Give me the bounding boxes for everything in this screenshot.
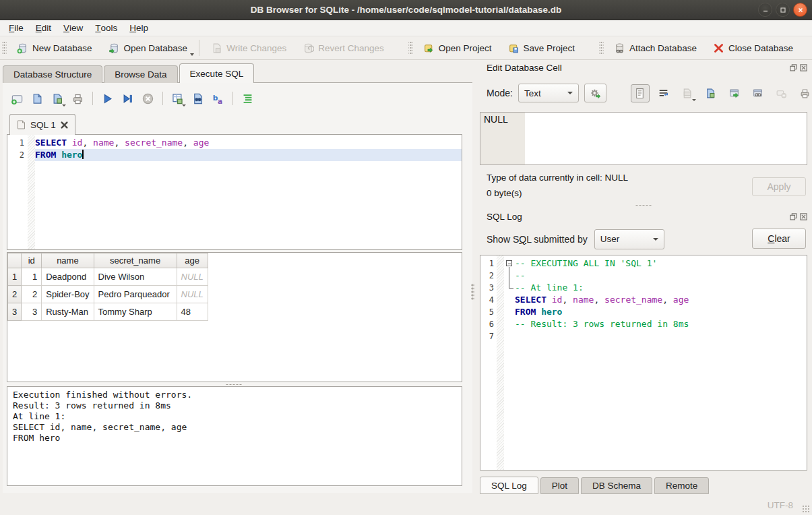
- submitted-by-select[interactable]: User: [594, 229, 664, 249]
- save-project-button[interactable]: Save Project: [500, 38, 584, 58]
- minimize-icon: [762, 7, 769, 13]
- results-table[interactable]: id name secret_name age 1 1 Deadpond Div…: [7, 253, 208, 321]
- cell-name[interactable]: Deadpond: [42, 268, 94, 286]
- editor-text-area[interactable]: SELECT id, name, secret_name, age FROM h…: [35, 135, 462, 249]
- cell-value: NULL: [480, 113, 525, 164]
- close-tab-icon[interactable]: [61, 121, 68, 129]
- toolbar-drag-handle[interactable]: [599, 40, 604, 55]
- encoding-indicator[interactable]: UTF-8: [768, 500, 793, 510]
- menu-file[interactable]: File: [3, 20, 30, 36]
- cell-name[interactable]: Rusty-Man: [42, 303, 94, 321]
- cell-age[interactable]: 48: [177, 303, 208, 321]
- cell-age[interactable]: NULL: [177, 268, 208, 286]
- menu-tools[interactable]: Tools: [89, 20, 123, 36]
- minimize-button[interactable]: [758, 3, 772, 17]
- export-results-button[interactable]: [168, 90, 187, 108]
- column-header-name[interactable]: name: [42, 253, 94, 268]
- svg-text:a: a: [218, 96, 222, 104]
- cell-secret-name[interactable]: Dive Wilson: [94, 268, 177, 286]
- tab-db-schema[interactable]: DB Schema: [581, 477, 652, 494]
- open-project-button[interactable]: Open Project: [415, 38, 500, 58]
- apply-button[interactable]: Apply: [752, 177, 806, 196]
- sql-editor-tab[interactable]: SQL 1: [9, 114, 75, 135]
- tab-database-structure[interactable]: Database Structure: [3, 65, 102, 83]
- auto-complete-button[interactable]: b a: [209, 90, 227, 108]
- new-database-button[interactable]: New Database: [9, 38, 100, 58]
- save-sql-file-button[interactable]: [49, 90, 67, 108]
- close-panel-icon[interactable]: [800, 213, 807, 220]
- cell-age[interactable]: NULL: [177, 286, 208, 303]
- attach-database-button[interactable]: Attach Database: [606, 38, 705, 58]
- execution-message-area: Execution finished without errors. Resul…: [7, 386, 462, 486]
- float-panel-icon[interactable]: [790, 213, 797, 220]
- open-sql-file-button[interactable]: [28, 90, 46, 108]
- column-header-age[interactable]: age: [177, 253, 208, 268]
- cell-secret-name[interactable]: Tommy Sharp: [94, 303, 177, 321]
- cell-name[interactable]: Spider-Boy: [42, 286, 94, 303]
- revert-changes-button[interactable]: Revert Changes: [294, 38, 392, 58]
- export-data-button[interactable]: [701, 84, 720, 102]
- row-header[interactable]: 2: [8, 286, 22, 303]
- column-header-id[interactable]: id: [22, 253, 42, 268]
- table-row[interactable]: 3 3 Rusty-Man Tommy Sharp 48: [8, 303, 208, 321]
- auto-complete-icon: b a: [212, 92, 224, 105]
- tab-sql-log[interactable]: SQL Log: [480, 477, 538, 494]
- tab-execute-sql[interactable]: Execute SQL: [179, 63, 255, 83]
- save-sql-file-icon: [51, 92, 64, 105]
- sql-log-view[interactable]: 1 2 3 4 5 6 7 -- EXECUTING ALL IN 'SQL 1…: [480, 255, 807, 471]
- apply-mode-button[interactable]: [584, 84, 606, 102]
- close-database-button[interactable]: Close Database: [705, 38, 801, 58]
- open-sql-tab-button[interactable]: [8, 90, 26, 108]
- cell-id[interactable]: 2: [22, 286, 42, 303]
- fold-marker-collapse[interactable]: [504, 258, 515, 270]
- print-button[interactable]: [69, 90, 87, 108]
- toolbar-drag-handle[interactable]: [2, 40, 7, 55]
- menu-edit[interactable]: Edit: [30, 20, 57, 36]
- set-null-button[interactable]: [772, 84, 791, 102]
- clear-log-button[interactable]: Clear: [752, 229, 806, 249]
- execute-line-button[interactable]: [119, 90, 137, 108]
- print-cell-button[interactable]: [796, 84, 812, 102]
- text-mode-button[interactable]: [631, 84, 650, 102]
- menu-view[interactable]: View: [57, 20, 89, 36]
- cell-id[interactable]: 3: [22, 303, 42, 321]
- cell-edit-area[interactable]: [525, 113, 807, 164]
- tab-browse-data[interactable]: Browse Data: [104, 65, 177, 83]
- vertical-splitter[interactable]: [471, 283, 474, 301]
- open-external-button[interactable]: [725, 84, 744, 102]
- open-database-button[interactable]: Open Database: [100, 38, 196, 58]
- tab-remote[interactable]: Remote: [654, 477, 709, 494]
- row-header[interactable]: 1: [8, 268, 22, 286]
- column-header-secret-name[interactable]: secret_name: [94, 253, 177, 268]
- copy-link-button[interactable]: [749, 84, 768, 102]
- cell-id[interactable]: 1: [22, 268, 42, 286]
- cell-value-editor[interactable]: NULL: [480, 112, 807, 165]
- log-text-area[interactable]: -- EXECUTING ALL IN 'SQL 1' -- -- At lin…: [515, 255, 807, 470]
- toolbar-drag-handle[interactable]: [408, 40, 413, 55]
- find-replace-button[interactable]: [189, 90, 207, 108]
- tab-plot[interactable]: Plot: [540, 477, 579, 494]
- execute-all-button[interactable]: [98, 90, 117, 108]
- corner-header[interactable]: [8, 253, 22, 268]
- maximize-button[interactable]: [776, 3, 790, 17]
- cell-secret-name[interactable]: Pedro Parqueador: [94, 286, 177, 303]
- menu-help[interactable]: Help: [123, 20, 154, 36]
- float-panel-icon[interactable]: [790, 64, 797, 71]
- close-button[interactable]: [793, 3, 807, 17]
- horizontal-splitter[interactable]: [635, 204, 652, 207]
- resize-grip[interactable]: [802, 505, 810, 513]
- sql-editor[interactable]: 1 2 SELECT id, name, secret_name, age FR…: [7, 134, 462, 250]
- table-row[interactable]: 1 1 Deadpond Dive Wilson NULL: [8, 268, 208, 286]
- format-sql-button[interactable]: [239, 90, 257, 108]
- main-content: Database Structure Browse Data Execute S…: [0, 61, 812, 494]
- write-changes-button[interactable]: Write Changes: [203, 38, 294, 58]
- word-wrap-button[interactable]: [654, 84, 673, 102]
- close-panel-icon[interactable]: [800, 64, 807, 71]
- row-header[interactable]: 3: [8, 303, 22, 321]
- edit-cell-dock-buttons: [790, 64, 807, 71]
- import-data-button[interactable]: [678, 84, 697, 102]
- left-pane: Database Structure Browse Data Execute S…: [0, 61, 476, 494]
- stop-button[interactable]: [139, 90, 157, 108]
- mode-select[interactable]: Text: [518, 84, 579, 102]
- table-row[interactable]: 2 2 Spider-Boy Pedro Parqueador NULL: [8, 286, 208, 303]
